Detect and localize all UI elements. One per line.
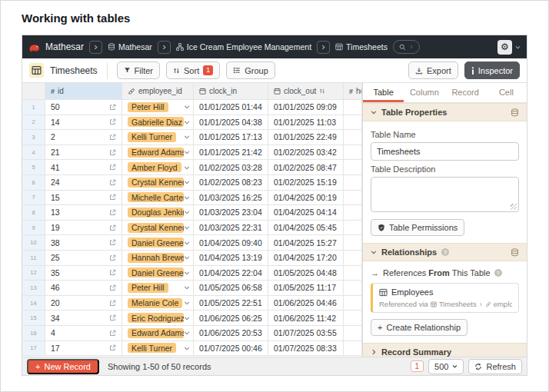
employee-cell[interactable]: Gabrielle Diaz (122, 115, 194, 131)
relationships-header[interactable]: Relationships ? (363, 243, 527, 261)
clock-out-cell[interactable]: 01/04/2025 15:27 (268, 235, 344, 251)
external-link-icon[interactable] (109, 314, 116, 321)
row-number[interactable]: 15 (22, 311, 45, 326)
id-cell[interactable]: 41 (45, 160, 122, 175)
hours-cell[interactable] (344, 296, 362, 311)
search-button[interactable] (393, 40, 420, 54)
tab-cell[interactable]: Cell (486, 83, 527, 102)
hours-cell[interactable] (344, 266, 362, 281)
hours-cell[interactable] (344, 235, 362, 251)
id-cell[interactable]: 21 (45, 145, 122, 161)
column-header-clock-out[interactable]: clock_out (268, 83, 344, 100)
inspector-button[interactable]: Inspector (464, 61, 520, 79)
external-link-icon[interactable] (109, 284, 116, 291)
clock-out-cell[interactable]: 01/01/2025 09:09 (268, 100, 344, 115)
hours-cell[interactable] (344, 326, 362, 341)
row-number[interactable]: 14 (22, 296, 45, 311)
clock-in-cell[interactable]: 01/07/2025 00:46 (194, 341, 268, 357)
clock-out-cell[interactable]: 01/02/2025 03:42 (268, 145, 344, 161)
row-number[interactable]: 6 (22, 175, 45, 191)
id-cell[interactable]: 15 (45, 191, 122, 206)
employee-cell[interactable]: Crystal Kennedy (122, 221, 194, 236)
hours-cell[interactable] (344, 145, 362, 161)
hours-cell[interactable] (344, 341, 362, 357)
chevron-down-icon[interactable] (184, 315, 190, 321)
clock-in-cell[interactable]: 01/06/2025 20:53 (194, 326, 268, 341)
breadcrumb-schema[interactable]: Ice Cream Employee Management (176, 42, 311, 51)
id-cell[interactable]: 13 (45, 205, 122, 221)
external-link-icon[interactable] (109, 254, 116, 261)
row-number[interactable]: 16 (22, 326, 45, 341)
chevron-down-icon[interactable] (184, 270, 190, 276)
chevron-down-icon[interactable] (184, 209, 190, 215)
row-number[interactable]: 17 (22, 341, 45, 357)
table-permissions-button[interactable]: Table Permissions (371, 219, 464, 236)
clock-in-cell[interactable]: 01/04/2025 09:40 (194, 235, 268, 251)
chevron-down-icon[interactable] (184, 224, 190, 231)
column-header-id[interactable]: # id (45, 83, 122, 100)
chevron-down-icon[interactable] (184, 300, 190, 306)
external-link-icon[interactable] (109, 224, 116, 231)
chevron-down-icon[interactable] (184, 134, 190, 140)
row-number[interactable]: 13 (22, 281, 45, 296)
hours-cell[interactable] (344, 115, 362, 131)
chevron-down-icon[interactable] (184, 149, 190, 155)
external-link-icon[interactable] (109, 300, 116, 307)
employee-cell[interactable]: Eric Rodriguez (122, 311, 194, 326)
chevron-down-icon[interactable] (184, 345, 190, 351)
filter-button[interactable]: Filter (117, 61, 160, 79)
id-cell[interactable]: 50 (45, 100, 122, 115)
external-link-icon[interactable] (109, 209, 116, 216)
employee-cell[interactable]: Edward Adams (122, 145, 194, 161)
id-cell[interactable]: 4 (45, 326, 122, 341)
employee-cell[interactable]: Daniel Greene (122, 235, 194, 251)
clock-in-cell[interactable]: 01/02/2025 08:23 (194, 175, 268, 191)
refresh-button[interactable]: Refresh (468, 359, 522, 374)
row-number[interactable]: 4 (22, 145, 45, 161)
row-number[interactable]: 7 (22, 191, 45, 206)
id-cell[interactable]: 34 (45, 311, 122, 326)
chevron-down-icon[interactable] (184, 284, 190, 291)
new-record-button[interactable]: + New Record (27, 359, 99, 374)
hours-cell[interactable] (344, 160, 362, 175)
external-link-icon[interactable] (109, 194, 116, 201)
external-link-icon[interactable] (109, 269, 116, 276)
sort-button[interactable]: Sort 1 (166, 61, 220, 79)
id-cell[interactable]: 19 (45, 221, 122, 236)
external-link-icon[interactable] (109, 179, 116, 186)
breadcrumb-chevron-button[interactable] (158, 41, 171, 54)
breadcrumb-chevron-button[interactable] (89, 41, 102, 54)
employee-cell[interactable]: Kelli Turner (122, 341, 194, 357)
page-number[interactable]: 1 (411, 360, 424, 372)
help-icon[interactable]: ? (441, 248, 449, 256)
clock-out-cell[interactable]: 01/04/2025 05:45 (268, 221, 344, 236)
hours-cell[interactable] (344, 100, 362, 115)
external-link-icon[interactable] (109, 239, 116, 246)
chevron-down-icon[interactable] (184, 254, 190, 261)
employee-cell[interactable]: Daniel Greene (122, 266, 194, 281)
hours-cell[interactable] (344, 191, 362, 206)
external-link-icon[interactable] (109, 164, 116, 171)
clock-out-cell[interactable]: 01/01/2025 11:03 (268, 115, 344, 131)
table-description-input[interactable] (371, 177, 519, 212)
employee-cell[interactable]: Hannah Brewer (122, 251, 194, 266)
clock-in-cell[interactable]: 01/03/2025 22:31 (194, 221, 268, 236)
id-cell[interactable]: 46 (45, 281, 122, 296)
hours-cell[interactable] (344, 221, 362, 236)
clock-in-cell[interactable]: 01/03/2025 23:04 (194, 205, 268, 221)
chevron-down-icon[interactable] (184, 164, 190, 171)
clock-out-cell[interactable]: 01/01/2025 22:49 (268, 130, 344, 145)
breadcrumb-database[interactable]: Mathesar (108, 42, 152, 51)
employee-cell[interactable]: Melanie Cole (122, 296, 194, 311)
employee-cell[interactable]: Douglas Jenkins (122, 205, 194, 221)
clock-in-cell[interactable]: 01/03/2025 16:25 (194, 191, 268, 206)
clock-out-cell[interactable]: 01/05/2025 04:48 (268, 266, 344, 281)
export-button[interactable]: Export (408, 61, 458, 79)
chevron-down-icon[interactable] (184, 240, 190, 246)
external-link-icon[interactable] (109, 134, 116, 141)
employee-cell[interactable]: Michelle Carter (122, 191, 194, 206)
id-cell[interactable]: 17 (45, 341, 122, 357)
employee-cell[interactable]: Peter Hill (122, 281, 194, 296)
id-cell[interactable]: 25 (45, 251, 122, 266)
external-link-icon[interactable] (109, 330, 116, 337)
